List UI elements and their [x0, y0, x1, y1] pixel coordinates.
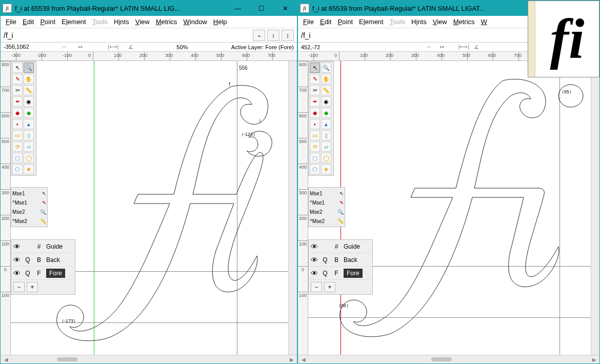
hv-tool[interactable]: ◆ — [321, 108, 331, 118]
scrollbar-thumb[interactable] — [57, 357, 77, 361]
menu-point[interactable]: Point — [38, 17, 57, 27]
mse2c-label[interactable]: ^Mse2 — [310, 218, 325, 224]
layer-guide[interactable]: 👁#Guide — [11, 240, 75, 253]
skew-tool[interactable]: ▱ — [24, 141, 34, 152]
vertical-ruler[interactable]: 800 700 600 500 400 300 200 100 0 100 — [1, 61, 11, 355]
spiro-tool[interactable]: ◉ — [321, 96, 331, 107]
layer-add-button[interactable]: + — [324, 282, 335, 292]
menu-hints[interactable]: Hints — [112, 17, 131, 27]
glyph-canvas[interactable]: ↖ 🔍 ✎ ✋ ✂ 📏 ✒ ◉ ◆ ◆ ▪ ▴ ▭ ▯ ⟳ ▱ ▢ ◯ ⬠ ★ — [11, 61, 297, 355]
vertical-scrollbar[interactable] — [288, 61, 297, 355]
horizontal-ruler[interactable]: -300 -200 -100 0 100 200 300 400 500 600… — [1, 52, 297, 61]
scroll-right-icon[interactable]: ▶ — [287, 357, 296, 362]
glyph-outline[interactable] — [334, 71, 599, 348]
vertical-ruler[interactable]: 800 700 600 500 400 300 200 100 0 100 — [298, 61, 308, 355]
mse2-label[interactable]: Mse2 — [310, 209, 322, 215]
menu-view[interactable]: View — [431, 17, 449, 27]
menu-edit[interactable]: Edit — [318, 17, 333, 27]
pointer-tool[interactable]: ↖ — [12, 63, 23, 73]
menu-element[interactable]: Element — [357, 17, 386, 27]
cut-tool[interactable]: ✂ — [12, 85, 23, 95]
magnify-tool[interactable]: 🔍 — [24, 63, 34, 73]
scrollbar-thumb[interactable] — [431, 357, 452, 361]
mse1-label[interactable]: Mse1 — [12, 191, 25, 196]
rotate-tool[interactable]: ⟳ — [12, 141, 23, 152]
tangent-tool[interactable]: ▴ — [24, 119, 34, 129]
layer-remove-button[interactable]: − — [311, 282, 322, 292]
glyph-outline[interactable] — [47, 76, 288, 343]
mse2-label[interactable]: Mse2 — [12, 209, 25, 215]
menu-hints[interactable]: Hints — [409, 17, 429, 27]
tangent-tool[interactable]: ▴ — [321, 119, 331, 129]
horizontal-scrollbar[interactable]: ◀ ▶ — [1, 355, 297, 363]
menu-edit[interactable]: Edit — [21, 17, 36, 27]
freehand-tool[interactable]: ✎ — [310, 74, 320, 84]
layer-remove-button[interactable]: − — [13, 282, 25, 292]
scroll-left-icon[interactable]: ◀ — [2, 357, 10, 362]
glyph-canvas[interactable]: ↖ 🔍 ✎ ✋ ✂ 📏 ✒ ◉ ◆ ◆ ▪ ▴ ▭ ▯ ⟳ ▱ ▢ ◯ ⬠ ★ — [308, 61, 599, 355]
wordlist-dropdown[interactable]: ⌄ — [253, 30, 265, 41]
scale-tool[interactable]: ▭ — [310, 130, 320, 140]
close-button[interactable]: ✕ — [273, 1, 297, 16]
menu-metrics[interactable]: Metrics — [154, 17, 179, 27]
titlebar[interactable]: fi f_i at 65539 from Playball-Regular* L… — [1, 1, 297, 16]
maximize-button[interactable]: ☐ — [250, 1, 273, 16]
ellipse-tool[interactable]: ◯ — [321, 153, 331, 163]
poly-tool[interactable]: ⬠ — [310, 164, 320, 174]
menu-element[interactable]: Element — [59, 17, 88, 27]
hand-tool[interactable]: ✋ — [321, 74, 331, 84]
curve-tool[interactable]: ◆ — [12, 108, 23, 118]
layer-back[interactable]: 👁QBBack — [309, 253, 372, 267]
corner-tool[interactable]: ▪ — [12, 119, 23, 129]
minimize-button[interactable]: — — [226, 1, 250, 16]
star-tool[interactable]: ★ — [321, 164, 331, 174]
pen-tool[interactable]: ✒ — [310, 96, 320, 107]
ruler-tool[interactable]: 📏 — [24, 85, 34, 95]
vertical-scrollbar[interactable] — [591, 61, 599, 355]
layer-fore[interactable]: 👁QFFore — [309, 267, 372, 280]
layer-guide[interactable]: 👁#Guide — [309, 240, 372, 253]
ruler-tool[interactable]: 📏 — [321, 85, 331, 95]
glyph-name[interactable]: /f_i — [4, 31, 251, 39]
poly-tool[interactable]: ⬠ — [12, 164, 23, 174]
freehand-tool[interactable]: ✎ — [12, 74, 23, 84]
mini-preview[interactable]: fi — [528, 1, 599, 77]
mse1-label[interactable]: Mse1 — [310, 191, 322, 196]
menu-file[interactable]: File — [301, 17, 316, 27]
rect-tool[interactable]: ▢ — [310, 153, 320, 163]
star-tool[interactable]: ★ — [24, 164, 34, 174]
skew-tool[interactable]: ▱ — [321, 141, 331, 152]
insert-button-1[interactable]: ↕ — [267, 30, 279, 41]
layer-fore[interactable]: 👁QFFore — [11, 267, 75, 280]
pen-tool[interactable]: ✒ — [12, 96, 23, 107]
curve-tool[interactable]: ◆ — [310, 108, 320, 118]
layer-add-button[interactable]: + — [27, 282, 38, 292]
corner-tool[interactable]: ▪ — [310, 119, 320, 129]
menu-window[interactable]: Window — [182, 17, 209, 27]
spiro-tool[interactable]: ◉ — [24, 96, 34, 107]
menu-metrics[interactable]: Metrics — [451, 17, 477, 27]
menu-point[interactable]: Point — [335, 17, 355, 27]
horizontal-scrollbar[interactable]: ◀ ▶ — [298, 355, 599, 363]
pointer-tool[interactable]: ↖ — [310, 63, 320, 73]
layer-back[interactable]: 👁QBBack — [11, 253, 75, 267]
cut-tool[interactable]: ✂ — [310, 85, 320, 95]
rotate-tool[interactable]: ⟳ — [310, 141, 320, 152]
flip-tool[interactable]: ▯ — [24, 130, 34, 140]
menu-help[interactable]: Help — [211, 17, 229, 27]
rect-tool[interactable]: ▢ — [12, 153, 23, 163]
scale-tool[interactable]: ▭ — [12, 130, 23, 140]
menu-file[interactable]: File — [4, 17, 18, 27]
hv-tool[interactable]: ◆ — [24, 108, 34, 118]
mse2c-label[interactable]: ^Mse2 — [12, 218, 27, 224]
insert-button-2[interactable]: ↨ — [282, 30, 294, 41]
flip-tool[interactable]: ▯ — [321, 130, 331, 140]
menu-view[interactable]: View — [133, 17, 152, 27]
magnify-tool[interactable]: 🔍 — [321, 63, 331, 73]
mse1c-label[interactable]: ^Mse1 — [310, 200, 325, 206]
ellipse-tool[interactable]: ◯ — [24, 153, 34, 163]
hand-tool[interactable]: ✋ — [24, 74, 34, 84]
menu-window[interactable]: W — [479, 17, 489, 27]
scroll-left-icon[interactable]: ◀ — [299, 357, 308, 362]
scroll-right-icon[interactable]: ▶ — [590, 357, 598, 362]
